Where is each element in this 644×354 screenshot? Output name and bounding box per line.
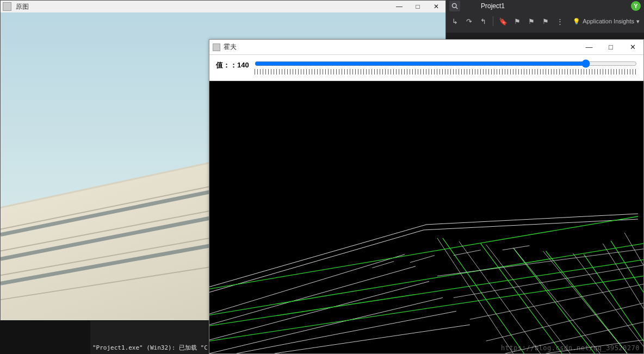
step-over-icon[interactable]: ↷ [465, 17, 473, 26]
flag-icon[interactable]: ⚑ [527, 17, 536, 26]
application-insights-dropdown[interactable]: 💡 Application Insights ▾ [573, 18, 640, 25]
hough-output-viewport [209, 81, 643, 353]
minimize-button[interactable]: — [578, 40, 600, 55]
edge-detection-render [209, 81, 643, 353]
original-window-title: 原图 [16, 2, 29, 11]
maximize-button[interactable]: □ [408, 1, 427, 13]
step-into-icon[interactable]: ↳ [450, 17, 459, 26]
lightbulb-icon: 💡 [573, 18, 580, 25]
hough-titlebar[interactable]: 霍夫 — □ ✕ [209, 40, 643, 55]
chevron-down-icon: ▾ [636, 18, 640, 25]
threshold-slider[interactable] [255, 58, 637, 69]
slider-ticks [255, 69, 637, 74]
svg-rect-20 [209, 81, 643, 353]
application-insights-label: Application Insights [583, 18, 634, 24]
window-hough: 霍夫 — □ ✕ 值：：140 [209, 39, 644, 354]
flag-icon[interactable]: ⚑ [541, 17, 550, 26]
more-icon[interactable]: ⋮ [555, 17, 564, 26]
threshold-slider-row: 值：：140 [209, 55, 643, 81]
bookmark-icon[interactable]: 🔖 [499, 17, 507, 26]
app-icon [3, 2, 11, 11]
user-avatar[interactable]: Y [631, 1, 641, 11]
step-out-icon[interactable]: ↰ [479, 17, 487, 26]
close-button[interactable]: ✕ [427, 1, 445, 13]
vs-titlebar-area: Project1 Y ↳ ↷ ↰ 🔖 ⚑ ⚑ ⚑ ⋮ 💡 Application… [446, 0, 644, 33]
search-icon[interactable] [449, 1, 460, 11]
svg-line-19 [456, 7, 457, 9]
app-icon [213, 44, 220, 51]
original-titlebar[interactable]: 原图 — □ ✕ [1, 1, 445, 13]
close-button[interactable]: ✕ [622, 40, 643, 55]
minimize-button[interactable]: — [390, 1, 408, 13]
vs-toolbar: ↳ ↷ ↰ 🔖 ⚑ ⚑ ⚑ ⋮ 💡 Application Insights ▾ [446, 13, 644, 29]
slider-label: 值：：140 [216, 60, 249, 70]
flag-icon[interactable]: ⚑ [513, 17, 522, 26]
console-gutter [0, 321, 90, 354]
separator [493, 16, 493, 26]
maximize-button[interactable]: □ [600, 40, 622, 55]
project-name: Project1 [481, 2, 505, 10]
vs-title-row[interactable]: Project1 Y [446, 0, 644, 12]
svg-point-18 [453, 4, 457, 8]
hough-window-title: 霍夫 [224, 42, 237, 52]
